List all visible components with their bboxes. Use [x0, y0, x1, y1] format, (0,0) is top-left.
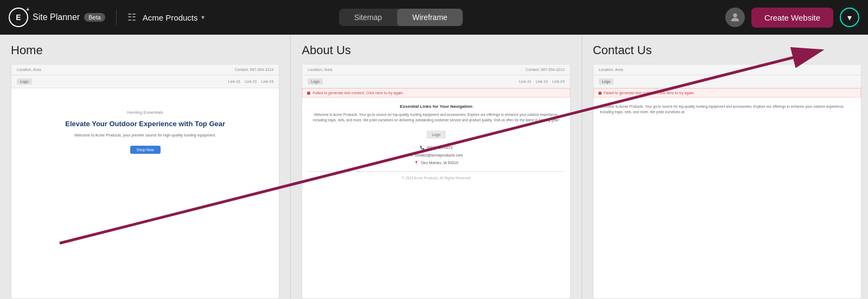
home-link-2: Link #2	[245, 80, 257, 83]
contact-error-banner: Failed to generate text content. Click h…	[593, 88, 861, 98]
about-mini-nav: Logo Link #1 Link #2 Link #3	[302, 75, 570, 88]
error-dot-icon	[307, 92, 310, 95]
about-body-text: Welcome to Acme Products. Your go-to sou…	[309, 112, 563, 123]
home-page-preview: Location, Area Contact: 987-654-3210 Log…	[11, 64, 279, 299]
home-subtext: Welcome to Acme Products, your premier s…	[22, 133, 268, 137]
contact-page-column: Contact Us Location, Area Logo Failed to…	[582, 35, 868, 299]
home-location-label: Location, Area	[17, 68, 41, 72]
home-hero-section: Hunting Essentials Elevate Your Outdoor …	[11, 88, 279, 165]
home-category-label: Hunting Essentials	[22, 110, 268, 115]
email-icon: ✉	[410, 152, 413, 159]
contact-mini-nav: Logo	[593, 75, 861, 88]
about-email: ✉ contact@acmeproducts.com	[309, 152, 563, 159]
about-page-column: About Us Location, Area Contact: 987-554…	[291, 35, 581, 299]
contact-logo-pill: Logo	[599, 79, 614, 84]
about-contact-info: 📞 (641) 754-0072 ✉ contact@acmeproducts.…	[309, 144, 563, 167]
about-link-3: Link #3	[552, 80, 565, 83]
home-mini-header: Location, Area Contact: 987-654-3210	[11, 64, 279, 75]
about-nav-links: Link #1 Link #2 Link #3	[519, 80, 565, 83]
about-address: 📍 Des Moines, IA 50310	[309, 159, 563, 167]
logo-area: E Site Planner Beta	[9, 8, 105, 27]
navbar: E Site Planner Beta ☷ Acme Products ▾ Si…	[0, 0, 868, 35]
contact-page-title: Contact Us	[593, 43, 861, 57]
about-location-label: Location, Area	[308, 68, 332, 72]
home-link-1: Link #1	[228, 80, 241, 83]
home-logo-pill: Logo	[17, 79, 32, 84]
create-website-button[interactable]: Create Website	[751, 8, 833, 28]
project-selector[interactable]: Acme Products ▾	[143, 13, 205, 22]
app-name: Site Planner	[33, 12, 80, 22]
about-section-title: Essential Links for Your Navigation	[309, 104, 563, 109]
about-contact-label: Contact: 987-554-3210	[526, 68, 565, 72]
logo-icon: E	[9, 8, 28, 27]
nav-right-actions: Create Website ▾	[725, 8, 859, 28]
contact-location-label: Location, Area	[599, 68, 623, 72]
nav-divider-1	[116, 9, 117, 25]
about-error-text: Failed to generate text content. Click h…	[312, 91, 404, 95]
create-dropdown-button[interactable]: ▾	[840, 8, 859, 27]
about-page-title: About Us	[302, 43, 570, 57]
view-tabs: Sitemap Wireframe	[339, 9, 463, 26]
about-error-banner: Failed to generate text content. Click h…	[302, 88, 570, 98]
contact-body-text: Welcome to Acme Products. Your go-to sou…	[600, 104, 854, 115]
about-footer: © 2023 Acme Products. All Rights Reserve…	[309, 176, 563, 180]
project-chevron-icon: ▾	[201, 14, 205, 21]
contact-content: Welcome to Acme Products. Your go-to sou…	[593, 98, 861, 121]
main-content: Home Location, Area Contact: 987-654-321…	[0, 35, 868, 299]
project-name-label: Acme Products	[143, 13, 198, 22]
about-logo-pill-2: Logo	[426, 131, 446, 139]
location-icon: 📍	[414, 159, 419, 167]
logo-letter: E	[16, 13, 21, 22]
about-logo-pill: Logo	[308, 79, 323, 84]
about-mini-header: Location, Area Contact: 987-554-3210	[302, 64, 570, 75]
tab-wireframe[interactable]: Wireframe	[397, 9, 463, 26]
user-avatar[interactable]	[725, 8, 745, 27]
home-cta-button[interactable]: Shop Now	[130, 146, 161, 154]
tab-sitemap[interactable]: Sitemap	[339, 9, 397, 26]
about-link-1: Link #1	[519, 80, 532, 83]
contact-page-preview: Location, Area Logo Failed to generate t…	[593, 64, 861, 299]
about-phone: 📞 (641) 754-0072	[309, 144, 563, 152]
home-page-title: Home	[11, 43, 279, 57]
home-mini-nav: Logo Link #1 Link #2 Link #3	[11, 75, 279, 88]
contact-error-dot-icon	[598, 92, 602, 95]
about-content: Essential Links for Your Navigation Welc…	[302, 98, 570, 186]
home-headline: Elevate Your Outdoor Experience with Top…	[22, 119, 268, 129]
home-page-column: Home Location, Area Contact: 987-654-321…	[0, 35, 290, 299]
beta-badge: Beta	[84, 13, 105, 22]
contact-error-text: Failed to generate text content. Click h…	[604, 91, 695, 95]
svg-point-0	[733, 14, 737, 17]
about-link-2: Link #2	[536, 80, 548, 83]
project-icon: ☷	[127, 11, 136, 23]
phone-icon: 📞	[420, 144, 425, 152]
about-page-preview: Location, Area Contact: 987-554-3210 Log…	[302, 64, 570, 299]
contact-mini-header: Location, Area	[593, 64, 861, 75]
home-nav-links: Link #1 Link #2 Link #3	[228, 80, 274, 83]
home-link-3: Link #3	[261, 80, 274, 83]
about-divider	[309, 171, 563, 172]
home-contact-label: Contact: 987-654-3210	[235, 68, 274, 72]
